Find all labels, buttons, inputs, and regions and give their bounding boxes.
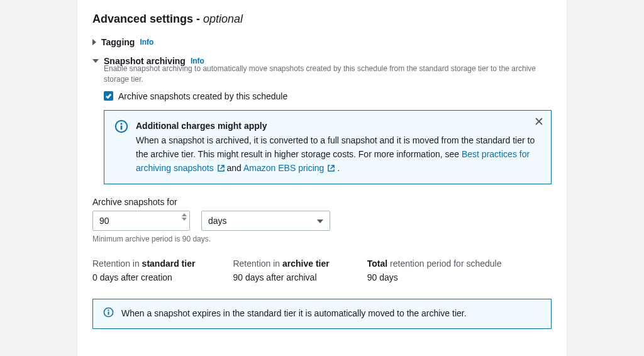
retention-total-value: 90 days xyxy=(367,272,502,282)
retention-archive-prefix: Retention in xyxy=(233,259,282,269)
retention-total: Total retention period for schedule 90 d… xyxy=(367,259,502,282)
retention-total-bold: Total xyxy=(367,259,387,269)
retention-standard-value: 0 days after creation xyxy=(92,272,195,282)
spinner-up-icon[interactable] xyxy=(182,213,187,216)
chevron-down-icon xyxy=(317,220,323,223)
retention-standard-bold: standard tier xyxy=(142,259,196,269)
ebs-pricing-link-text: Amazon EBS pricing xyxy=(243,163,324,173)
chevron-right-icon xyxy=(92,39,96,45)
archive-duration-value: 90 xyxy=(99,216,109,226)
tagging-expander[interactable]: Tagging Info xyxy=(92,37,552,47)
charges-alert-body: Additional charges might apply When a sn… xyxy=(136,120,541,175)
info-icon xyxy=(114,120,128,133)
archive-for-label: Archive snapshots for xyxy=(92,197,552,207)
external-link-icon xyxy=(328,165,335,172)
tagging-label: Tagging xyxy=(101,37,135,47)
archive-checkbox[interactable] xyxy=(104,91,113,101)
close-icon[interactable] xyxy=(535,117,543,126)
retention-summary: Retention in standard tier 0 days after … xyxy=(92,259,552,282)
svg-point-6 xyxy=(108,310,109,311)
auto-move-alert: When a snapshot expires in the standard … xyxy=(92,299,552,329)
archive-unit-select[interactable]: days xyxy=(201,211,330,231)
section-title: Advanced settings - optional xyxy=(92,13,552,26)
retention-standard-prefix: Retention in xyxy=(92,259,142,269)
archive-checkbox-label: Archive snapshots created by this schedu… xyxy=(118,91,287,101)
charges-alert-title: Additional charges might apply xyxy=(136,120,541,133)
section-title-optional: optional xyxy=(203,13,243,25)
retention-total-suffix: retention period for schedule xyxy=(387,259,501,269)
archive-duration-input[interactable]: 90 xyxy=(92,211,190,231)
ebs-pricing-link[interactable]: Amazon EBS pricing xyxy=(243,163,337,173)
svg-point-1 xyxy=(121,123,123,125)
svg-rect-2 xyxy=(121,125,123,129)
retention-standard: Retention in standard tier 0 days after … xyxy=(92,259,195,282)
retention-archive: Retention in archive tier 90 days after … xyxy=(233,259,329,282)
archive-checkbox-row: Archive snapshots created by this schedu… xyxy=(104,91,552,101)
checkmark-icon xyxy=(105,92,112,99)
section-title-text: Advanced settings xyxy=(92,13,193,25)
spinner-down-icon[interactable] xyxy=(182,218,187,221)
svg-rect-7 xyxy=(108,312,109,315)
external-link-icon xyxy=(218,165,225,172)
retention-archive-value: 90 days after archival xyxy=(233,272,329,282)
charges-alert-text-3: . xyxy=(337,163,340,173)
archive-unit-value: days xyxy=(208,216,227,226)
charges-alert-text-2: and xyxy=(227,163,243,173)
retention-archive-bold: archive tier xyxy=(282,259,330,269)
archive-for-inputs: 90 days xyxy=(92,211,552,231)
chevron-down-icon xyxy=(92,59,99,63)
charges-alert: Additional charges might apply When a sn… xyxy=(104,110,552,185)
number-spinner xyxy=(182,213,187,221)
tagging-info-link[interactable]: Info xyxy=(140,38,153,47)
info-icon xyxy=(103,307,114,318)
auto-move-alert-text: When a snapshot expires in the standard … xyxy=(121,307,541,321)
advanced-settings-panel: Advanced settings - optional Tagging Inf… xyxy=(77,0,567,356)
archiving-description: Enable snapshot archiving to automatical… xyxy=(104,64,552,85)
archive-for-hint: Minimum archive period is 90 days. xyxy=(92,235,552,243)
section-title-dash: - xyxy=(196,13,203,25)
